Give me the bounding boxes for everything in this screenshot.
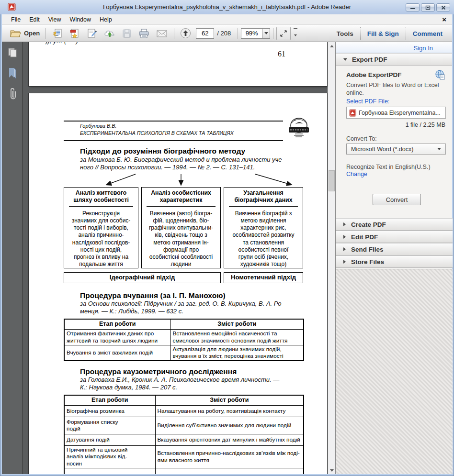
method-box-body: Вивчення (авто) біогра- фій, щоденників,… bbox=[144, 210, 218, 268]
content-cell: Вказування орієнтовних дат минулих і май… bbox=[155, 434, 304, 445]
method-box-title: Узагальнення біографічних даних bbox=[229, 189, 298, 207]
method-box-body: Реконструкція значимих для особис- тості… bbox=[66, 210, 136, 268]
disclosure-closed-icon bbox=[343, 235, 346, 239]
cloud-upload-button[interactable] bbox=[101, 27, 119, 40]
sign-in-bar: Sign In bbox=[336, 42, 452, 53]
tools-sidebar: Sign In Export PDF Adobe ExportPDF Conve… bbox=[335, 42, 452, 474]
panel-title: Store Files bbox=[351, 258, 384, 266]
printer-icon bbox=[138, 28, 150, 39]
column-header: Зміст роботи bbox=[155, 395, 304, 405]
sidebar-empty-area bbox=[336, 269, 453, 474]
fill-sign-panel-button[interactable]: Fill & Sign bbox=[361, 30, 406, 37]
selected-format: Microsoft Word (*.docx) bbox=[351, 146, 437, 153]
method-box-title: Аналіз життєвого шляху особистості bbox=[69, 189, 133, 207]
edit-pdf-panel-header[interactable]: Edit PDF bbox=[336, 231, 453, 243]
export-pdf-panel-header[interactable]: Export PDF bbox=[336, 53, 452, 66]
selected-file-box[interactable]: Горбунова Eksperymentalna... bbox=[346, 107, 446, 119]
online-service-icon bbox=[435, 69, 445, 80]
cloud-upload-icon bbox=[103, 28, 116, 39]
scroll-down-button[interactable] bbox=[328, 466, 335, 474]
create-pdf-button[interactable] bbox=[66, 27, 83, 40]
method-box-3: Узагальнення біографічних даних Вивчення… bbox=[224, 187, 303, 268]
disclosure-open-icon bbox=[343, 58, 347, 61]
document-area[interactable]: )), у… ( — ) 61 Горбунова В.В. ЕКСПЕРИМЕ… bbox=[23, 42, 335, 474]
attachments-icon[interactable] bbox=[7, 87, 18, 101]
email-button[interactable] bbox=[153, 27, 171, 40]
bookmarks-icon[interactable] bbox=[7, 67, 18, 79]
cropped-text-line: )), у… ( — ) bbox=[45, 42, 78, 45]
header-rule-top bbox=[64, 121, 283, 122]
stage-cell: Вчування в зміст важливих подій bbox=[64, 345, 170, 361]
table-row: Біографічна розминка Налаштування на роб… bbox=[64, 405, 304, 417]
zoom-value: 99% bbox=[246, 30, 258, 37]
close-button[interactable] bbox=[436, 3, 450, 11]
restore-button[interactable] bbox=[421, 3, 435, 11]
publisher-stamp-logo bbox=[285, 115, 312, 142]
stage-cell: Датування подій bbox=[64, 434, 155, 445]
save-floppy-icon bbox=[122, 28, 132, 39]
menu-help[interactable]: Help bbox=[95, 15, 116, 24]
table-row: Формування списку подій Виділення суб’єк… bbox=[64, 417, 304, 434]
panel-title: Export PDF bbox=[352, 56, 387, 63]
toolbar-overflow-button[interactable] bbox=[291, 27, 300, 40]
window-title: Горбунова Eksperymentalna_psykholohia_v_… bbox=[0, 3, 454, 11]
sign-document-button[interactable] bbox=[83, 27, 101, 40]
causometric-procedure-table: Етап роботи Зміст роботи Біографічна роз… bbox=[64, 395, 304, 474]
close-document-icon[interactable]: × bbox=[442, 15, 446, 24]
scrollbar-thumb[interactable] bbox=[329, 170, 335, 191]
sign-in-link[interactable]: Sign In bbox=[414, 44, 433, 52]
toolbar-separator bbox=[174, 28, 174, 39]
section2-title: Процедура вчування (за І. П. Манохою) bbox=[80, 291, 226, 300]
page-number-label: 61 bbox=[278, 50, 285, 58]
vertical-scrollbar[interactable] bbox=[328, 42, 335, 474]
section2-reference: за Основи психології: Підручник / за заг… bbox=[80, 300, 284, 315]
page-header-author: Горбунова В.В. bbox=[80, 123, 117, 129]
content-cell: Виділення суб’єктивно значимих для людин… bbox=[155, 417, 304, 434]
menu-file[interactable]: File bbox=[7, 15, 25, 24]
scroll-up-button[interactable] bbox=[328, 42, 335, 50]
store-files-panel-header[interactable]: Store Files bbox=[336, 255, 453, 268]
select-pdf-file-label[interactable]: Select PDF File: bbox=[346, 98, 389, 105]
section1-title: Підходи до розуміння біографічного метод… bbox=[80, 147, 245, 155]
product-name: Adobe ExportPDF bbox=[346, 71, 402, 78]
tools-panel-button[interactable]: Tools bbox=[330, 30, 360, 37]
selected-file-name: Горбунова Eksperymentalna... bbox=[359, 110, 441, 116]
open-button-label: Open bbox=[24, 30, 40, 37]
send-files-panel-header[interactable]: Send Files bbox=[336, 243, 453, 255]
disclosure-closed-icon bbox=[343, 222, 346, 226]
method-box-1: Аналіз життєвого шляху особистості Рекон… bbox=[64, 187, 138, 268]
stage-cell bbox=[64, 468, 155, 474]
change-language-link[interactable]: Change bbox=[346, 171, 367, 177]
create-pdf-icon bbox=[69, 28, 80, 39]
table-row: Датування подій Вказування орієнтовних д… bbox=[64, 434, 304, 445]
print-button[interactable] bbox=[135, 27, 153, 40]
open-button[interactable]: Open bbox=[7, 27, 43, 40]
content-cell: Встановлення причинно-наслідкових зв’язк… bbox=[155, 445, 304, 468]
toolbar-separator bbox=[273, 28, 273, 39]
minimize-button[interactable] bbox=[406, 3, 420, 11]
menu-edit[interactable]: Edit bbox=[25, 15, 44, 24]
stage-cell: Причинний та цільовий аналіз міжподієвих… bbox=[64, 445, 155, 468]
fit-window-button[interactable] bbox=[276, 27, 291, 40]
zoom-level-input[interactable]: 99% bbox=[241, 28, 262, 39]
pdf-page-previous: )), у… ( — ) 61 bbox=[29, 42, 327, 86]
collapsed-panels: Create PDF Edit PDF Send Files Store Fil… bbox=[336, 218, 453, 268]
previous-view-button[interactable] bbox=[177, 27, 194, 40]
convert-format-select[interactable]: Microsoft Word (*.docx) bbox=[346, 144, 446, 155]
comment-panel-button[interactable]: Comment bbox=[406, 30, 449, 37]
share-file-button[interactable] bbox=[49, 27, 66, 40]
main-toolbar: Open bbox=[2, 25, 452, 42]
create-pdf-panel-header[interactable]: Create PDF bbox=[336, 218, 453, 231]
section3-title: Процедура каузометричного дослідження bbox=[80, 367, 237, 376]
zoom-dropdown-button[interactable] bbox=[262, 28, 270, 39]
toolbar-separator bbox=[238, 28, 238, 39]
page-thumbnails-icon[interactable] bbox=[7, 47, 18, 58]
chevron-down-icon bbox=[437, 148, 441, 150]
convert-button[interactable]: Convert bbox=[373, 194, 421, 205]
flow-arrows bbox=[64, 173, 303, 187]
menu-window[interactable]: Window bbox=[66, 15, 95, 24]
menu-view[interactable]: View bbox=[44, 15, 66, 24]
service-description: Convert PDF files to Word or Excel onlin… bbox=[346, 81, 439, 97]
page-number-input[interactable] bbox=[196, 28, 214, 39]
save-button[interactable] bbox=[119, 27, 135, 40]
